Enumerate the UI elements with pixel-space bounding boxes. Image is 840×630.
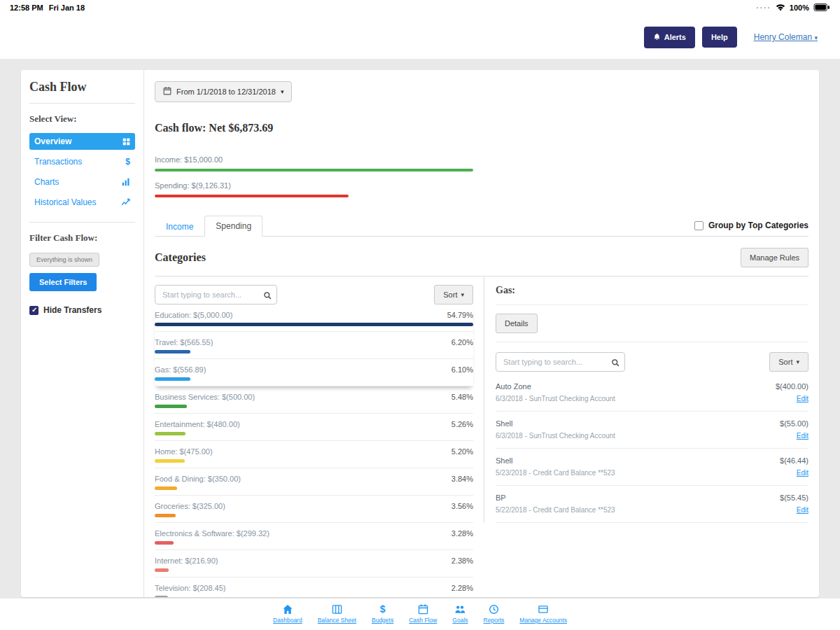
tab-spending[interactable]: Spending [204, 216, 262, 237]
user-menu[interactable]: Henry Coleman ▾ [754, 32, 818, 42]
category-row[interactable]: Home: $(475.00)5.20% [155, 441, 473, 468]
nav-item-cash-flow[interactable]: Cash Flow [409, 603, 437, 624]
bar-chart-icon [122, 178, 130, 186]
user-name: Henry Coleman [754, 32, 812, 42]
transaction-row: Shell 5/23/2018 - Credit Card Balance **… [496, 449, 808, 486]
app-header: Alerts Help Henry Coleman ▾ [0, 15, 840, 59]
transaction-sort-button[interactable]: Sort ▾ [769, 352, 808, 372]
help-button[interactable]: Help [702, 27, 737, 48]
transaction-edit-link[interactable]: Edit [797, 432, 808, 440]
category-row[interactable]: Food & Dining: $(350.00)3.84% [155, 468, 473, 496]
transaction-meta: 6/3/2018 - SunTrust Checking Account [496, 432, 615, 440]
nav-label: Budgets [372, 617, 393, 624]
hide-transfers-checkbox[interactable] [29, 306, 38, 315]
transaction-row: BP 5/22/2018 - Credit Card Balance **523… [496, 486, 808, 523]
home-icon [282, 603, 293, 615]
transaction-search-input[interactable] [496, 352, 625, 372]
nav-item-budgets[interactable]: $ Budgets [372, 603, 393, 624]
transaction-amount: $(400.00) [776, 382, 808, 391]
category-percent: 6.20% [451, 338, 473, 346]
search-icon [611, 357, 620, 370]
tab-income[interactable]: Income [155, 216, 204, 237]
category-label: Internet: $(216.90) [155, 556, 218, 565]
category-bar [155, 323, 473, 326]
category-bar [155, 405, 187, 408]
balance-sheet-icon [332, 603, 342, 615]
category-row[interactable]: Travel: $(565.55)6.20% [155, 332, 473, 359]
category-percent: 2.38% [451, 556, 473, 565]
nav-item-dashboard[interactable]: Dashboard [273, 603, 302, 624]
date-range-button[interactable]: From 1/1/2018 to 12/31/2018 ▾ [155, 81, 292, 102]
category-bar [155, 432, 186, 435]
help-label: Help [711, 33, 728, 41]
category-percent: 5.48% [451, 393, 473, 401]
details-button[interactable]: Details [496, 314, 538, 333]
hide-transfers-label: Hide Transfers [43, 305, 102, 315]
sidebar-item-historical-values[interactable]: Historical Values [29, 194, 135, 211]
alerts-button[interactable]: Alerts [644, 27, 695, 48]
category-row[interactable]: Internet: $(216.90)2.38% [155, 550, 473, 578]
filter-status-chip[interactable]: Everything is shown [29, 253, 99, 267]
sidebar-item-charts[interactable]: Charts [29, 174, 135, 190]
battery-icon [813, 4, 830, 13]
nav-label: Cash Flow [409, 617, 437, 624]
sidebar-item-overview[interactable]: Overview [29, 133, 135, 150]
category-percent: 54.79% [447, 311, 473, 319]
income-bar [155, 169, 473, 172]
cellular-icon: ···· [757, 4, 771, 12]
chevron-down-icon: ▾ [461, 292, 464, 298]
category-row[interactable]: Education: $(5,000.00)54.79% [155, 304, 473, 332]
income-summary: Income: $15,000.00 [155, 155, 473, 172]
transaction-meta: 5/23/2018 - Credit Card Balance **523 [496, 469, 615, 477]
category-label: Business Services: $(500.00) [155, 393, 255, 401]
categories-header: Categories Manage Rules [155, 248, 808, 276]
category-search-input[interactable] [155, 285, 277, 304]
category-row[interactable]: Groceries: $(325.00)3.56% [155, 496, 473, 523]
category-label: Entertainment: $(480.00) [155, 420, 240, 428]
transaction-name: BP [496, 493, 615, 502]
status-time: 12:58 PM [10, 4, 43, 12]
transaction-meta: 5/22/2018 - Credit Card Balance **523 [496, 506, 615, 514]
group-by-top-categories[interactable]: Group by Top Categories [694, 220, 808, 236]
screen: 12:58 PM Fri Jan 18 ···· 100% Alerts Hel… [0, 0, 840, 630]
category-row[interactable]: Entertainment: $(480.00)5.26% [155, 414, 473, 441]
bell-icon [653, 33, 661, 42]
manage-rules-button[interactable]: Manage Rules [741, 248, 808, 267]
view-list: Overview Transactions $ Charts [29, 133, 135, 223]
line-chart-icon [121, 198, 130, 206]
hide-transfers-row[interactable]: Hide Transfers [29, 305, 135, 315]
filter-cash-flow-label: Filter Cash Flow: [29, 232, 135, 244]
category-bar [155, 350, 190, 354]
nav-item-manage-accounts[interactable]: Manage Accounts [519, 603, 567, 624]
category-search [155, 285, 277, 304]
net-cash-flow-heading: Cash flow: Net $6,873.69 [155, 122, 808, 134]
transaction-edit-link[interactable]: Edit [797, 506, 808, 514]
nav-item-balance-sheet[interactable]: Balance Sheet [318, 603, 356, 624]
nav-item-reports[interactable]: Reports [484, 603, 505, 624]
transaction-edit-link[interactable]: Edit [797, 469, 808, 477]
group-by-checkbox[interactable] [694, 221, 704, 230]
cash-flow-card: Cash Flow Select View: Overview Transact… [21, 70, 819, 597]
nav-label: Reports [484, 617, 505, 624]
transaction-meta: 6/3/2018 - SunTrust Checking Account [496, 395, 615, 402]
transaction-edit-link[interactable]: Edit [797, 395, 808, 402]
nav-label: Dashboard [273, 617, 302, 624]
goals-people-icon [454, 603, 465, 615]
chevron-down-icon: ▾ [281, 89, 284, 95]
category-label: Food & Dining: $(350.00) [155, 475, 241, 483]
category-sort-button[interactable]: Sort ▾ [434, 285, 473, 304]
categories-columns: Sort ▾ Education: $(5,000.00)54.79% Trav… [155, 276, 808, 597]
manage-accounts-icon [538, 603, 549, 615]
category-row[interactable]: Television: $(208.45)2.28% [155, 578, 473, 597]
sidebar-item-transactions[interactable]: Transactions $ [29, 153, 135, 170]
select-filters-button[interactable]: Select Filters [29, 273, 97, 291]
category-row[interactable]: Gas: $(556.89)6.10% [155, 359, 473, 386]
search-icon [263, 290, 272, 302]
category-row[interactable]: Business Services: $(500.00)5.48% [155, 386, 473, 414]
income-spending-tabs: Income Spending Group by Top Categories [155, 216, 808, 237]
category-row[interactable]: Electronics & Software: $(299.32)3.28% [155, 523, 473, 550]
transaction-name: Shell [496, 419, 615, 428]
grid-icon [122, 138, 130, 146]
page-title: Cash Flow [29, 80, 135, 104]
nav-item-goals[interactable]: Goals [452, 603, 468, 624]
